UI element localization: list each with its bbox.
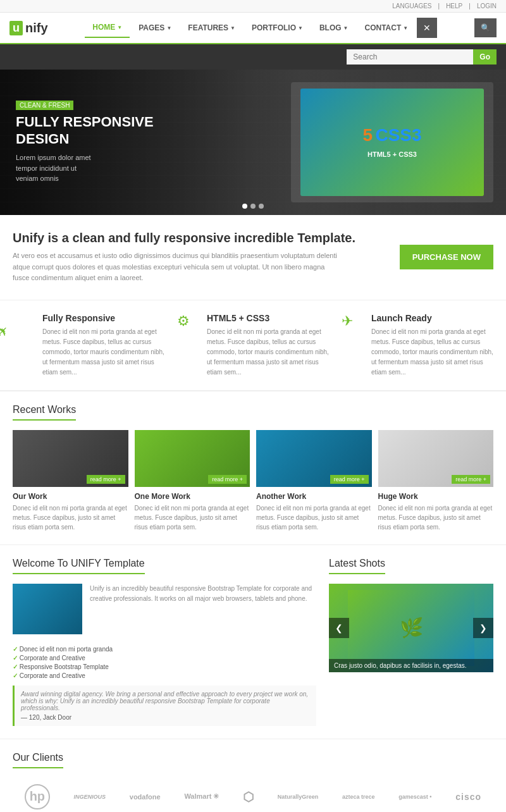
hero-content: CLEAN & FRESH FULLY RESPONSIVEDESIGN Lor… (0, 88, 170, 196)
work-desc-3: Donec id elit non mi porta granda at ege… (256, 503, 372, 532)
welcome-quote: Award winning digital agency. We bring a… (13, 686, 316, 726)
topbar-separator: | (438, 3, 440, 9)
quote-author: — 120, Jack Door (21, 714, 310, 721)
hero-tag: CLEAN & FRESH (16, 101, 73, 110)
html5-css3-icon: ⚙ (177, 313, 199, 378)
intro-heading: Unify is a clean and fully responsive in… (13, 231, 355, 245)
work-desc-2: Donec id elit non mi porta granda at ege… (135, 503, 250, 532)
read-more-4[interactable]: read more + (452, 475, 490, 484)
search-go-button[interactable]: Go (473, 49, 497, 65)
work-item-3: read more + Another Work Donec id elit n… (256, 430, 372, 532)
client-logo-naturallygreen: NaturallyGreen (278, 794, 319, 800)
welcome-title: Welcome To UNIFY Template (13, 558, 145, 574)
features-section: ✈ Fully Responsive Donec id elit non mi … (0, 300, 506, 391)
launch-ready-desc: Donec id elit non mi porta granda at ege… (371, 327, 493, 378)
work-img-2: read more + (135, 430, 250, 487)
work-item-1: read more + Our Work Donec id elit non m… (13, 430, 128, 532)
html5-css3-desc: Donec id elit non mi porta granda at ege… (207, 327, 329, 378)
html5-css3-title: HTML5 + CSS3 (207, 313, 329, 323)
clients-logos: hp INGENIOUS vodafone Walmart ✳ ⬡ Natura… (13, 778, 493, 812)
welcome-img (13, 584, 82, 634)
work-title-3: Another Work (256, 492, 372, 501)
recent-works-section: Recent Works read more + Our Work Donec … (0, 391, 506, 544)
hero-section: CLEAN & FRESH FULLY RESPONSIVEDESIGN Lor… (0, 70, 506, 215)
nav-search-icon[interactable]: 🔍 (474, 18, 497, 37)
fully-responsive-desc: Donec id elit non mi porta granda at ege… (42, 327, 164, 378)
search-input[interactable] (347, 49, 473, 65)
client-logo-hp: hp (25, 784, 50, 809)
nav-close-btn[interactable]: ✕ (417, 18, 437, 38)
work-title-4: Huge Work (378, 492, 494, 501)
slider-caption: Cras justo odio, dapibus ac facilisis in… (329, 659, 493, 672)
works-grid: read more + Our Work Donec id elit non m… (13, 430, 493, 532)
nav-item-contact[interactable]: CONTACT ▼ (357, 18, 416, 37)
work-desc-1: Donec id elit non mi porta granda at ege… (13, 503, 128, 532)
work-desc-4: Donec id elit non mi porta granda at ege… (378, 503, 494, 532)
hero-dots (242, 204, 264, 209)
work-img-1: read more + (13, 430, 128, 487)
clients-title: Our Clients (13, 752, 63, 768)
latest-shots-title: Latest Shots (329, 558, 385, 574)
welcome-col: Welcome To UNIFY Template Unify is an in… (13, 558, 316, 726)
help-link[interactable]: HELP (446, 3, 462, 9)
nav-item-portfolio[interactable]: PORTFOLIO ▼ (244, 18, 311, 37)
clients-section: Our Clients hp INGENIOUS vodafone Walmar… (0, 739, 506, 812)
slider-next-button[interactable]: ❯ (473, 618, 493, 638)
nav-item-features[interactable]: FEATURES ▼ (180, 18, 243, 37)
client-logo-ingenious: INGENIOUS (74, 794, 106, 800)
hero-device: 5 CSS3 HTML5 + CSS3 (291, 82, 493, 202)
intro-text: Unify is a clean and fully responsive in… (13, 231, 355, 284)
work-img-3: read more + (256, 430, 372, 487)
hero-subtitle: Lorem ipsum dolor amettempor incididunt … (16, 152, 154, 184)
client-logo-shell: ⬡ (243, 789, 254, 804)
quote-text: Award winning digital agency. We bring a… (21, 691, 308, 711)
work-title-1: Our Work (13, 492, 128, 501)
work-title-2: One More Work (135, 492, 250, 501)
nav-item-pages[interactable]: PAGES ▼ (131, 18, 179, 37)
logo-text: nify (25, 21, 48, 35)
read-more-3[interactable]: read more + (330, 475, 369, 484)
nav-item-blog[interactable]: BLOG ▼ (312, 18, 356, 37)
client-logo-azteca: azteca trece (342, 794, 375, 800)
client-logo-walmart: Walmart ✳ (184, 792, 219, 801)
work-img-4: read more + (378, 430, 494, 487)
latest-shots-col: Latest Shots ❮ 🌿 ❯ Cras justo odio, dapi… (329, 558, 493, 726)
languages-link[interactable]: LANGUAGES (392, 3, 431, 9)
checkmark-4: Corporate and Creative (13, 672, 316, 679)
welcome-checkmarks: Donec id elit non mi porta granda Corpor… (13, 646, 316, 679)
launch-ready-icon: ✈ (342, 313, 364, 378)
client-logo-gamescast: gamescast • (398, 794, 431, 800)
read-more-2[interactable]: read more + (208, 475, 247, 484)
top-bar: LANGUAGES | HELP | LOGIN (0, 0, 506, 13)
topbar-separator2: | (469, 3, 471, 9)
intro-body: At vero eos et accusamus et iusto odio d… (13, 250, 342, 284)
logo[interactable]: u nify (9, 21, 48, 35)
feature-fully-responsive: ✈ Fully Responsive Donec id elit non mi … (13, 313, 164, 378)
checkmark-1: Donec id elit non mi porta granda (13, 646, 316, 653)
recent-works-title: Recent Works (13, 404, 76, 421)
client-logo-cisco: cisco (455, 792, 481, 802)
latest-slider: ❮ 🌿 ❯ Cras justo odio, dapibus ac facili… (329, 584, 493, 672)
main-header: u nify HOME ▼ PAGES ▼ FEATURES ▼ PORTFOL… (0, 13, 506, 44)
welcome-latest-section: Welcome To UNIFY Template Unify is an in… (0, 544, 506, 739)
feature-launch-ready: ✈ Launch Ready Donec id elit non mi port… (342, 313, 493, 378)
work-item-2: read more + One More Work Donec id elit … (135, 430, 250, 532)
slider-image: 🌿 (348, 590, 474, 666)
checkmark-3: Responsive Bootstrap Template (13, 663, 316, 670)
read-more-1[interactable]: read more + (87, 475, 125, 484)
hero-title: FULLY RESPONSIVEDESIGN (16, 114, 154, 147)
login-link[interactable]: LOGIN (477, 3, 497, 9)
purchase-now-button[interactable]: PURCHASE NOW (400, 245, 493, 269)
launch-ready-title: Launch Ready (371, 313, 493, 323)
client-logo-vodafone: vodafone (130, 793, 161, 801)
nav-item-home[interactable]: HOME ▼ (85, 18, 130, 38)
logo-box: u (9, 21, 23, 35)
work-item-4: read more + Huge Work Donec id elit non … (378, 430, 494, 532)
main-nav: HOME ▼ PAGES ▼ FEATURES ▼ PORTFOLIO ▼ BL… (85, 18, 437, 38)
slider-prev-button[interactable]: ❮ (329, 618, 349, 638)
fully-responsive-title: Fully Responsive (42, 313, 164, 323)
checkmark-2: Corporate and Creative (13, 655, 316, 661)
device-label: 5 CSS3 HTML5 + CSS3 (362, 124, 421, 160)
intro-section: Unify is a clean and fully responsive in… (0, 215, 506, 300)
search-bar: Go (0, 44, 506, 70)
